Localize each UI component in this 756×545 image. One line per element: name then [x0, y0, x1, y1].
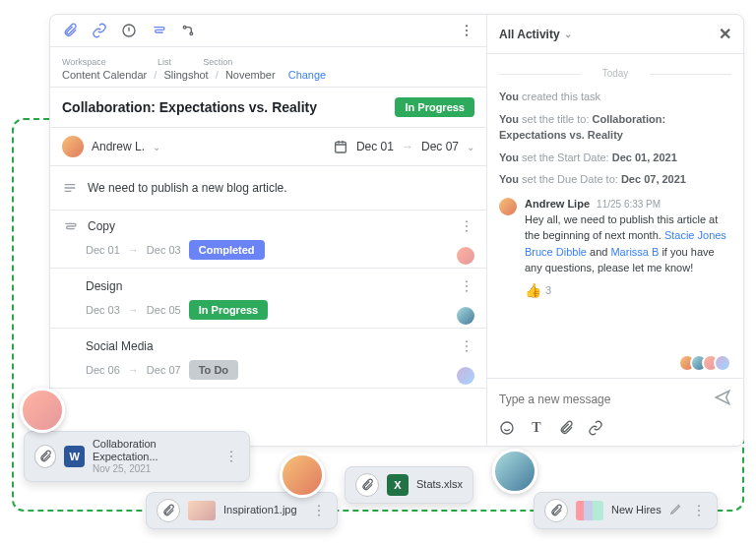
activity-line: You set the title to: Collaboration: Exp… [499, 111, 731, 144]
task-detail-panel: Workspace List Section Content Calendar … [49, 14, 744, 447]
activity-feed: Today You created this task You set the … [487, 54, 743, 348]
crumb-section[interactable]: November [225, 69, 276, 81]
avatar [457, 247, 474, 265]
attachment-name: New Hires [611, 504, 662, 516]
paperclip-icon [34, 445, 56, 468]
avatar [714, 354, 731, 372]
attachment-chip[interactable]: W Collaboration Expectation...Nov 25, 20… [24, 431, 250, 482]
subtask-end: Dec 07 [147, 364, 181, 376]
chevron-down-icon[interactable]: ⌄ [467, 142, 474, 152]
avatar [457, 307, 474, 325]
alert-icon[interactable] [121, 23, 137, 38]
assignee-row: Andrew L. ⌄ Dec 01 → Dec 07 ⌄ [50, 128, 486, 166]
svg-point-21 [318, 510, 320, 512]
more-icon[interactable] [311, 503, 327, 518]
svg-point-16 [501, 422, 513, 434]
crumb-list[interactable]: Slingshot [163, 69, 208, 81]
subtask-status[interactable]: To Do [189, 360, 238, 380]
link-icon[interactable] [588, 420, 603, 436]
close-icon[interactable]: ✕ [719, 25, 731, 43]
more-icon[interactable] [223, 449, 239, 464]
message-text: Hey all, we need to publish this article… [525, 212, 731, 276]
svg-point-14 [466, 345, 468, 347]
chevron-down-icon[interactable]: ⌄ [153, 142, 160, 152]
svg-point-15 [466, 350, 468, 352]
svg-point-8 [466, 225, 468, 227]
dependency-icon[interactable] [180, 23, 196, 38]
subtask-status[interactable]: In Progress [189, 300, 269, 320]
attachment-date: Nov 25, 2021 [93, 463, 216, 475]
svg-rect-6 [336, 142, 346, 152]
paperclip-icon [544, 499, 568, 522]
attachment-name: Inspiration1.jpg [223, 504, 297, 516]
date-start[interactable]: Dec 01 [356, 140, 394, 153]
paperclip-icon [157, 499, 180, 522]
reaction[interactable]: 👍 3 [525, 282, 731, 298]
status-badge[interactable]: In Progress [395, 97, 474, 117]
subtasks-list: Copy Dec 01 → Dec 03 Completed Design [50, 211, 486, 446]
subtask-name: Design [62, 279, 449, 293]
calendar-icon[interactable] [333, 139, 348, 154]
svg-point-13 [466, 340, 468, 342]
mention[interactable]: Bruce Dibble [525, 246, 587, 258]
change-button[interactable]: Change [288, 69, 327, 81]
main-column: Workspace List Section Content Calendar … [50, 15, 487, 446]
paperclip-icon[interactable] [558, 420, 574, 436]
attachment-chip[interactable]: New Hires [534, 492, 718, 529]
svg-point-4 [466, 30, 468, 31]
mention[interactable]: Marissa B [610, 246, 659, 258]
avatar [457, 367, 474, 385]
avatar [499, 198, 517, 215]
message-input[interactable] [499, 393, 714, 406]
chart-thumb-icon [576, 501, 603, 520]
more-icon[interactable] [459, 23, 474, 38]
seen-by-avatars [487, 348, 743, 378]
svg-point-25 [698, 515, 700, 516]
title-row: Collaboration: Expectations vs. Reality … [50, 88, 486, 128]
assignee-name[interactable]: Andrew L. [92, 140, 145, 153]
task-title: Collaboration: Expectations vs. Reality [62, 99, 395, 115]
subtask-icon[interactable] [151, 23, 166, 38]
activity-header: All Activity ⌄ ✕ [487, 15, 743, 54]
attachment-name: Stats.xlsx [416, 478, 463, 491]
pencil-icon[interactable] [669, 502, 683, 519]
svg-point-2 [190, 32, 193, 35]
more-icon[interactable] [459, 278, 474, 294]
chevron-down-icon[interactable]: ⌄ [564, 29, 572, 39]
message-time: 11/25 6:33 PM [597, 199, 661, 210]
activity-line: You set the Due Date to: Dec 07, 2021 [499, 171, 731, 188]
paperclip-icon[interactable] [62, 23, 78, 38]
svg-point-11 [466, 285, 468, 287]
attachment-chip[interactable]: Inspiration1.jpg [146, 492, 338, 529]
message: Andrew Lipe 11/25 6:33 PM Hey all, we ne… [499, 198, 731, 298]
more-icon[interactable] [691, 503, 707, 518]
subtask-start: Dec 06 [86, 364, 120, 376]
attachment-chip[interactable]: X Stats.xlsx [345, 466, 473, 504]
emoji-icon[interactable] [499, 420, 515, 436]
avatar [492, 449, 537, 494]
activity-title[interactable]: All Activity [499, 28, 560, 41]
activity-line: You set the Start Date: Dec 01, 2021 [499, 150, 731, 166]
thumbs-up-icon: 👍 [525, 282, 541, 298]
date-divider: Today [499, 68, 731, 79]
subtask-name: Copy [88, 219, 449, 233]
more-icon[interactable] [459, 338, 474, 354]
crumb-label-workspace: Workspace [62, 57, 106, 67]
link-icon[interactable] [92, 23, 107, 38]
crumb-workspace[interactable]: Content Calendar [62, 69, 147, 81]
svg-point-19 [230, 460, 232, 462]
subtask-start: Dec 01 [86, 244, 120, 256]
date-end[interactable]: Dec 07 [421, 140, 459, 153]
mention[interactable]: Stacie Jones [664, 229, 726, 241]
avatar [280, 453, 325, 498]
excel-file-icon: X [387, 474, 409, 496]
reaction-count: 3 [545, 284, 551, 296]
avatar [20, 388, 65, 433]
text-format-icon[interactable]: T [529, 420, 544, 436]
description-text[interactable]: We need to publish a new blog article. [88, 181, 287, 195]
send-icon[interactable] [714, 389, 731, 410]
svg-point-1 [183, 26, 186, 29]
more-icon[interactable] [459, 218, 474, 234]
activity-panel: All Activity ⌄ ✕ Today You created this … [487, 15, 743, 446]
subtask-status[interactable]: Completed [189, 240, 265, 260]
